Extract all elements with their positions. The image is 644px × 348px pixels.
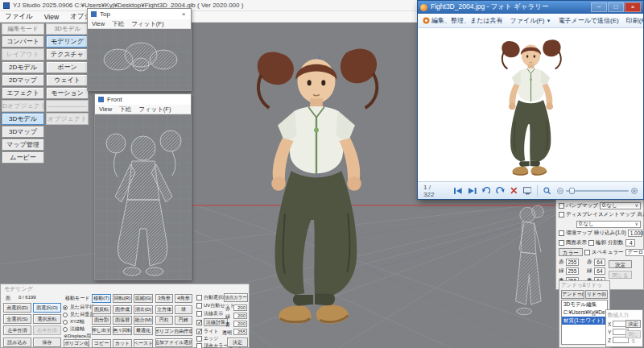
sidebar-item-weight[interactable]: ウェイト xyxy=(46,74,89,86)
minimize-button[interactable]: − xyxy=(591,2,607,12)
load-button[interactable]: 読み込み xyxy=(3,338,31,347)
undo-button[interactable]: アンドゥ(U) xyxy=(561,290,584,299)
save-button[interactable]: 保存 xyxy=(33,338,61,347)
vertex-color-ok-button[interactable]: 決定 xyxy=(227,338,248,347)
color-button[interactable]: カラー xyxy=(559,248,583,256)
red-field[interactable]: 255 xyxy=(566,259,579,266)
flip-face-button[interactable]: 面反転 xyxy=(92,305,111,314)
create-face-button[interactable]: 面作成 xyxy=(113,305,132,314)
face-select-button[interactable]: 面選択(O) xyxy=(33,303,61,313)
specular-checkbox[interactable] xyxy=(584,250,590,255)
polygonize-button[interactable]: ポリゴン化 xyxy=(64,339,89,348)
zoom-slider-thumb[interactable] xyxy=(569,188,575,194)
radio-normal-axis[interactable]: 法線軸 xyxy=(63,325,85,333)
paste-button[interactable]: ペースト xyxy=(134,339,153,348)
free-polygon-button[interactable]: ポリゴン自由作成 xyxy=(155,327,192,336)
delete-icon[interactable] xyxy=(510,187,518,194)
numeric-ok-button[interactable]: 決定 xyxy=(625,320,641,328)
valpha-field[interactable]: 255 xyxy=(233,329,247,335)
outline-checkbox[interactable] xyxy=(588,240,594,246)
sidebar-item-2d-model[interactable]: 2Dモデル xyxy=(2,61,44,73)
sidebar-item-2d-map[interactable]: 2Dマップ xyxy=(2,74,44,86)
zoom-slider[interactable] xyxy=(557,188,638,194)
email-button[interactable]: 電子メールで送信(E) xyxy=(558,16,618,25)
cut-button[interactable]: カット xyxy=(113,339,132,348)
close-button[interactable]: × xyxy=(625,2,641,12)
photo-titlebar[interactable]: Fight3D_2004.jpg - フォト ギャラリー − □ × xyxy=(418,1,643,14)
add-file-button[interactable]: 追加ファイル選択 xyxy=(155,338,192,347)
front-window-titlebar[interactable]: Front xyxy=(95,94,191,105)
menu-file[interactable]: ファイル xyxy=(5,12,33,22)
next-icon[interactable] xyxy=(468,187,477,195)
undo-history-list[interactable]: 3Dモデル編集 C:¥Users¥Kyj¥Desktop¥Fig 材質(1:ホワ… xyxy=(561,300,608,345)
front-menu-view[interactable]: View xyxy=(99,106,112,113)
photo-image-area[interactable] xyxy=(418,28,643,183)
merge-button[interactable]: 統合(M) xyxy=(134,316,153,325)
optimize-button[interactable]: 最適化 xyxy=(134,326,153,335)
divisions-field[interactable]: 4 xyxy=(625,239,635,246)
vred-field[interactable]: 200 xyxy=(233,304,247,311)
show-normals-checkbox[interactable]: 法線表示 xyxy=(196,310,223,317)
invert-selection-button[interactable]: 選択反転 xyxy=(33,314,61,324)
cylinder-button[interactable]: 円柱 xyxy=(155,316,173,325)
sidebar-item-effect[interactable]: エフェクト xyxy=(2,87,44,99)
edit-organize-share-button[interactable]: 編集、整理、または共有 xyxy=(423,16,503,25)
scale-button[interactable]: 拡縮(G) xyxy=(134,294,153,303)
rotate-right-icon[interactable] xyxy=(496,187,505,195)
zoom-slider-track[interactable] xyxy=(566,190,629,192)
sidebar-item-motion[interactable]: モーション xyxy=(46,87,89,99)
sidebar-item-movie[interactable]: ムービー xyxy=(2,151,44,164)
zoom-in-icon[interactable] xyxy=(631,188,638,194)
front-view-canvas[interactable] xyxy=(95,114,191,280)
quad-button[interactable]: 4角形 xyxy=(175,294,192,303)
list-item[interactable]: 3Dモデル編集 xyxy=(562,300,607,309)
sidebar-item-bone[interactable]: ボーン xyxy=(46,61,89,73)
vertex-color-button[interactable]: 頂点カラー xyxy=(224,293,248,302)
radio-xyz-axis[interactable]: XYZ軸 xyxy=(63,318,85,325)
material-ok-button[interactable]: 決定 xyxy=(609,260,633,268)
erase-button[interactable]: 消去(D) xyxy=(134,305,153,314)
green-field[interactable]: 255 xyxy=(566,267,579,275)
edge-checkbox[interactable]: エッジ xyxy=(196,335,218,342)
top-menu-underlay[interactable]: 下絵 xyxy=(112,20,124,28)
top-menu-view[interactable]: View xyxy=(92,20,105,27)
list-item-selected[interactable]: 材質(1:ホワイト) xyxy=(562,317,607,325)
displacement-checkbox[interactable] xyxy=(559,212,564,218)
spec-green-field[interactable]: 64 xyxy=(594,267,605,275)
split-face-button[interactable]: 面分割 xyxy=(92,316,111,325)
sidebar-item-modeling[interactable]: モデリング xyxy=(46,35,89,48)
top-menu-fit[interactable]: フィット(F) xyxy=(131,20,163,28)
spec-red-field[interactable]: 64 xyxy=(594,259,605,266)
rotate-various-button[interactable]: 色々回転 xyxy=(113,326,132,335)
bump-map-checkbox[interactable] xyxy=(559,203,564,209)
sidebar-item-3d-model[interactable]: 3Dモデル xyxy=(2,113,44,125)
close-icon[interactable]: × xyxy=(180,10,188,18)
triangle-button[interactable]: 3角形 xyxy=(155,294,173,303)
reface-button[interactable]: 面張替 xyxy=(113,316,132,325)
redo-button[interactable]: リドゥ(I) xyxy=(585,290,609,299)
sphere-button[interactable]: 球 xyxy=(175,305,192,314)
normal-calc-checkbox[interactable]: 法線計算 xyxy=(196,318,228,326)
bump-map-select[interactable]: 0:なし∨ xyxy=(600,202,641,209)
displacement-select[interactable]: 0:なし∨ xyxy=(576,221,641,228)
select-all-button[interactable]: 全選択(S) xyxy=(3,314,31,324)
print-menu-button[interactable]: 印刷(P)▼ xyxy=(626,16,644,25)
move-button[interactable]: 移動(T) xyxy=(92,294,111,303)
shading-select[interactable]: グーロー∨ xyxy=(625,249,644,256)
cone-button[interactable]: 円錐 xyxy=(175,316,192,325)
sidebar-item-map-manage[interactable]: マップ管理 xyxy=(2,139,44,151)
env-map-checkbox[interactable] xyxy=(559,230,564,236)
light-checkbox[interactable]: ライト xyxy=(196,328,218,335)
point-select-button[interactable]: 点選択(D) xyxy=(3,303,31,313)
file-menu-button[interactable]: ファイル(F)▼ xyxy=(510,16,551,25)
zoom-out-icon[interactable] xyxy=(557,188,564,194)
copy-button[interactable]: コピー xyxy=(92,339,111,348)
maximize-button[interactable]: □ xyxy=(608,2,624,12)
list-item[interactable]: C:¥Users¥Kyj¥Desktop¥Fig xyxy=(562,309,607,317)
radio-view-perpendicular[interactable]: 見た目垂直 xyxy=(63,311,94,318)
sidebar-item-3d-map[interactable]: 3Dマップ xyxy=(2,126,44,138)
delete-left-half-button[interactable]: 左半分消 xyxy=(3,325,31,335)
menu-view[interactable]: View xyxy=(44,13,59,21)
radio-view-parallel[interactable]: 見た目平行 xyxy=(63,304,94,311)
extrude-button[interactable]: 押し出す xyxy=(92,326,111,335)
